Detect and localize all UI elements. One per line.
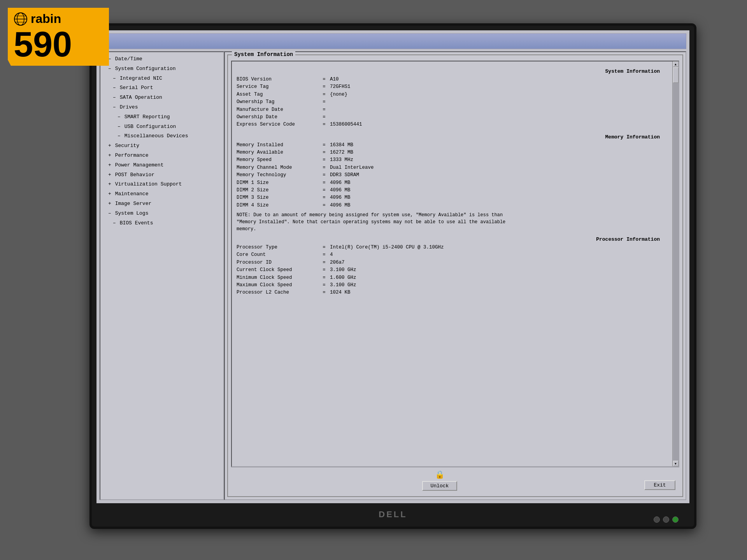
info-sep: = — [318, 266, 330, 274]
bezel-btn-1[interactable] — [654, 516, 660, 523]
table-row: DIMM 2 Size = 4096 MB — [237, 187, 668, 194]
sidebar-item-powermgmt[interactable]: + Power Management — [102, 161, 222, 170]
bezel-btn-2[interactable] — [663, 516, 669, 523]
bios-bottom-center: 🔒 Unlock — [422, 470, 458, 491]
info-sep: = — [318, 194, 330, 201]
rabin-label: rabin 590 — [8, 8, 109, 66]
info-value: 4096 MB — [330, 202, 668, 209]
rabin-number: 590 — [14, 27, 101, 62]
info-value: 3.100 GHz — [330, 282, 668, 289]
info-sep: = — [318, 244, 330, 251]
scroll-track[interactable] — [673, 67, 679, 460]
info-value: DDR3 SDRAM — [330, 172, 668, 179]
info-label: Processor L2 Cache — [237, 289, 318, 296]
scroll-thumb[interactable] — [673, 67, 679, 83]
info-sep: = — [318, 106, 330, 114]
info-label: DIMM 3 Size — [237, 194, 318, 201]
sidebar-item-drives[interactable]: – Drives — [102, 103, 222, 112]
info-sep: = — [318, 251, 330, 259]
sidebar-item-nic[interactable]: – Integrated NIC — [102, 74, 222, 84]
info-sep: = — [318, 114, 330, 121]
table-row: Processor L2 Cache = 1024 KB — [237, 289, 668, 296]
memory-info-header: Memory Information — [237, 134, 668, 140]
info-label: Minimum Clock Speed — [237, 274, 318, 282]
info-value: 16272 MB — [330, 149, 668, 156]
info-value — [330, 114, 668, 121]
processor-info-fields: Processor Type = Intel(R) Core(TM) i5-24… — [237, 244, 668, 297]
sidebar-item-biosevents[interactable]: – BIOS Events — [102, 219, 222, 228]
table-row: Core Count = 4 — [237, 251, 668, 259]
bezel-buttons — [654, 516, 679, 523]
scroll-down-arrow[interactable]: ▼ — [673, 461, 679, 466]
sidebar-item-systemlogs[interactable]: – System Logs — [102, 209, 222, 219]
sidebar-item-imageserver[interactable]: + Image Server — [102, 199, 222, 209]
info-sep: = — [318, 289, 330, 296]
info-sep: = — [318, 98, 330, 106]
sidebar-item-misc[interactable]: – Miscellaneous Devices — [102, 131, 222, 141]
sidebar-item-sata[interactable]: – SATA Operation — [102, 93, 222, 103]
sidebar-item-datetime[interactable]: – Date/Time — [102, 54, 222, 64]
info-label: Ownership Tag — [237, 98, 318, 106]
sidebar-item-maintenance[interactable]: + Maintenance — [102, 189, 222, 199]
info-value: A10 — [330, 76, 668, 83]
bios-content-panel: System Information System Information BI… — [224, 51, 686, 500]
table-row: Ownership Date = — [237, 114, 668, 121]
sidebar-item-usb[interactable]: – USB Configuration — [102, 122, 222, 132]
info-label: Memory Speed — [237, 156, 318, 164]
info-value: 3.100 GHz — [330, 266, 668, 274]
dell-logo: DELL — [379, 509, 407, 520]
table-row: Memory Technology = DDR3 SDRAM — [237, 172, 668, 179]
info-label: Express Service Code — [237, 121, 318, 128]
bios-container: – Date/Time – System Configuration – Int… — [96, 30, 689, 503]
info-value: 72GFHS1 — [330, 83, 668, 91]
info-label: Maximum Clock Speed — [237, 282, 318, 289]
info-value: {none} — [330, 91, 668, 98]
table-row: Asset Tag = {none} — [237, 91, 668, 98]
info-sep: = — [318, 179, 330, 187]
table-row: Maximum Clock Speed = 3.100 GHz — [237, 282, 668, 289]
table-row: Memory Installed = 16384 MB — [237, 142, 668, 149]
power-button[interactable] — [672, 516, 679, 523]
scroll-up-arrow[interactable]: ▲ — [673, 61, 679, 67]
info-label: Memory Technology — [237, 172, 318, 179]
info-value: 15386005441 — [330, 121, 668, 128]
rabin-globe-icon — [14, 12, 28, 26]
info-label: Service Tag — [237, 83, 318, 91]
info-sep: = — [318, 91, 330, 98]
sidebar-item-serial[interactable]: – Serial Port — [102, 83, 222, 93]
info-value — [330, 98, 668, 106]
info-sep: = — [318, 142, 330, 149]
info-label: DIMM 2 Size — [237, 187, 318, 194]
table-row: DIMM 3 Size = 4096 MB — [237, 194, 668, 201]
rabin-brand: rabin — [31, 12, 61, 26]
exit-button[interactable]: Exit — [644, 480, 675, 490]
table-row: Ownership Tag = — [237, 98, 668, 106]
info-sep: = — [318, 202, 330, 209]
info-value: 1024 KB — [330, 289, 668, 296]
sidebar-item-virtsup[interactable]: + Virtualization Support — [102, 180, 222, 189]
sidebar-item-sysconfg[interactable]: – System Configuration — [102, 64, 222, 74]
sysinfo-inner: System Information BIOS Version = A10 Se… — [228, 55, 682, 496]
unlock-button[interactable]: Unlock — [422, 481, 458, 491]
sidebar-item-security[interactable]: + Security — [102, 141, 222, 151]
memory-note: NOTE: Due to an amount of memory being a… — [237, 212, 509, 233]
info-sep: = — [318, 164, 330, 172]
info-value: 4096 MB — [330, 187, 668, 194]
info-value: 4096 MB — [330, 179, 668, 187]
sidebar-item-performance[interactable]: + Performance — [102, 151, 222, 161]
table-row: Processor ID = 206a7 — [237, 259, 668, 266]
info-value: Dual InterLeave — [330, 164, 668, 172]
sidebar-item-postbehav[interactable]: + POST Behavior — [102, 170, 222, 180]
table-row: Memory Speed = 1333 MHz — [237, 156, 668, 164]
info-label: Manufacture Date — [237, 106, 318, 114]
scrollbar[interactable]: ▲ ▼ — [672, 61, 679, 466]
sysinfo-scroll-area[interactable]: System Information BIOS Version = A10 Se… — [231, 61, 679, 467]
table-row: Current Clock Speed = 3.100 GHz — [237, 266, 668, 274]
info-sep: = — [318, 274, 330, 282]
info-label: DIMM 4 Size — [237, 202, 318, 209]
info-label: Ownership Date — [237, 114, 318, 121]
table-row: Memory Available = 16272 MB — [237, 149, 668, 156]
info-label: Processor Type — [237, 244, 318, 251]
sidebar-item-smart[interactable]: – SMART Reporting — [102, 112, 222, 122]
table-row: DIMM 1 Size = 4096 MB — [237, 179, 668, 187]
